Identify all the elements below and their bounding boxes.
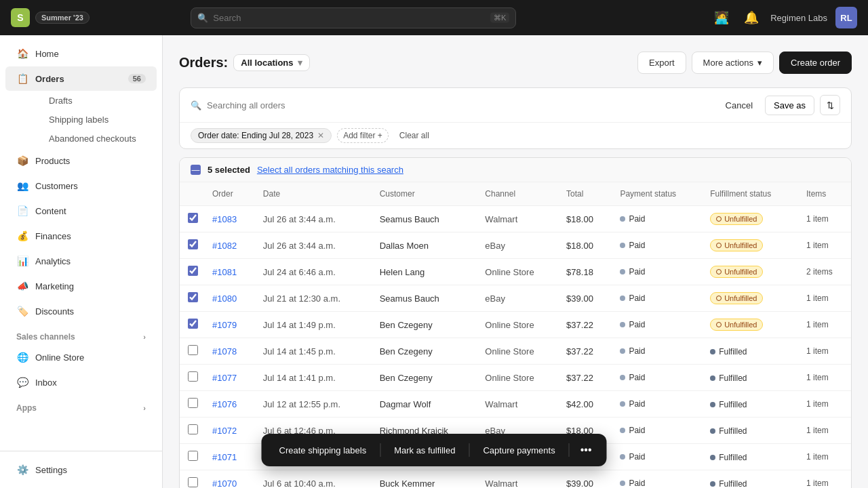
sidebar-item-content[interactable]: 📄 Content [5,199,157,223]
row-checkbox-1079[interactable] [188,319,198,329]
select-all-link[interactable]: Select all orders matching this search [257,165,403,175]
app-body: 🏠 Home 📋 Orders 56 Drafts Shipping label… [0,35,868,488]
cancel-button[interactable]: Cancel [719,96,760,115]
payment-label: Paid [629,452,645,462]
row-checkbox-cell[interactable] [180,418,204,444]
row-payment: Paid [612,285,702,312]
row-checkbox-cell[interactable] [180,206,204,232]
sidebar-item-inbox[interactable]: 💬 Inbox [5,370,157,394]
mark-as-fulfilled-button[interactable]: Mark as fulfilled [384,441,465,460]
sidebar-item-finances-label: Finances [35,231,71,241]
row-checkbox-1070[interactable] [188,477,198,487]
row-checkbox-1080[interactable] [188,292,198,302]
sidebar-item-marketing[interactable]: 📣 Marketing [5,274,157,298]
more-actions-bottom-button[interactable]: ••• [574,439,599,461]
location-dropdown[interactable]: All locations ▾ [233,54,309,71]
row-customer: Dagmar Wolf [372,391,477,418]
row-checkbox-cell[interactable] [180,365,204,391]
row-channel: Online Store [477,312,558,338]
col-payment: Payment status [612,182,702,206]
sidebar-item-finances[interactable]: 💰 Finances [5,224,157,248]
row-checkbox-cell[interactable] [180,444,204,470]
row-order-num[interactable]: #1082 [204,232,255,259]
row-fulfillment: Fulfilled [702,365,798,391]
capture-payments-button[interactable]: Capture payments [473,441,564,460]
row-checkbox-1072[interactable] [188,424,198,434]
table-row: #1083 Jul 26 at 3:44 a.m. Seamus Bauch W… [180,206,851,232]
add-filter-button[interactable]: Add filter + [337,128,389,143]
sidebar-bottom: ⚙️ Settings [0,451,162,488]
page-title: Orders: [179,55,228,70]
row-checkbox-1071[interactable] [188,451,198,461]
clear-all-button[interactable]: Clear all [394,129,435,142]
row-checkbox-cell[interactable] [180,338,204,365]
row-checkbox-cell[interactable] [180,391,204,418]
sort-icon-button[interactable]: ⇅ [820,95,840,115]
sidebar-item-online-store-label: Online Store [35,352,84,363]
row-checkbox-1081[interactable] [188,266,198,276]
row-checkbox-cell[interactable] [180,232,204,259]
fulfilled-dot-icon [710,428,715,434]
sidebar-item-shipping-labels[interactable]: Shipping labels [49,110,157,129]
summer-badge: Summer '23 [35,12,90,24]
topbar-bell-icon[interactable]: 🔔 [741,7,762,28]
more-actions-button[interactable]: More actions ▾ [692,52,774,74]
sidebar-item-online-store[interactable]: 🌐 Online Store [5,345,157,369]
row-checkbox-1083[interactable] [188,213,198,223]
indeterminate-checkbox[interactable]: — [191,165,201,175]
row-payment: Paid [612,259,702,285]
filter-chip-remove-icon[interactable]: ✕ [317,131,324,140]
row-checkbox-1077[interactable] [188,371,198,382]
row-order-num[interactable]: #1072 [204,418,255,444]
order-search-input[interactable] [207,100,713,110]
sidebar-item-products[interactable]: 📦 Products [5,148,157,173]
sidebar-item-abandoned-checkouts[interactable]: Abandoned checkouts [49,129,157,148]
row-order-num[interactable]: #1076 [204,391,255,418]
row-channel: Walmart [477,470,558,489]
row-checkbox-cell[interactable] [180,285,204,312]
row-order-num[interactable]: #1080 [204,285,255,312]
row-order-num[interactable]: #1070 [204,470,255,489]
create-order-button[interactable]: Create order [779,52,852,74]
row-checkbox-1078[interactable] [188,345,198,355]
topbar: S Summer '23 🔍 ⌘K 🧑‍💻 🔔 Regimen Labs RL [0,0,868,35]
export-button[interactable]: Export [637,52,686,74]
sidebar-item-orders[interactable]: 📋 Orders 56 [5,66,157,91]
products-icon: 📦 [16,155,28,167]
row-date: Jul 14 at 1:41 p.m. [255,365,372,391]
row-payment: Paid [612,418,702,444]
row-payment: Paid [612,444,702,470]
create-shipping-labels-button[interactable]: Create shipping labels [270,441,376,460]
sidebar-item-customers[interactable]: 👥 Customers [5,174,157,198]
row-payment: Paid [612,365,702,391]
row-order-num[interactable]: #1078 [204,338,255,365]
row-checkbox-cell[interactable] [180,259,204,285]
filter-chip-date[interactable]: Order date: Ending Jul 28, 2023 ✕ [191,128,332,143]
row-order-num[interactable]: #1077 [204,365,255,391]
row-checkbox-1076[interactable] [188,398,198,408]
row-checkbox-cell[interactable] [180,470,204,489]
sidebar-item-drafts[interactable]: Drafts [49,92,157,110]
topbar-search-input[interactable] [191,7,516,28]
sidebar-item-home[interactable]: 🏠 Home [5,41,157,66]
table-row: #1078 Jul 14 at 1:45 p.m. Ben Czegeny On… [180,338,851,365]
page-header: Orders: All locations ▾ Export More acti… [179,52,852,74]
row-order-num[interactable]: #1079 [204,312,255,338]
sidebar-item-discounts[interactable]: 🏷️ Discounts [5,299,157,323]
sidebar-item-settings[interactable]: ⚙️ Settings [5,458,157,482]
row-checkbox-cell[interactable] [180,312,204,338]
row-order-num[interactable]: #1071 [204,444,255,470]
save-as-button[interactable]: Save as [765,96,814,115]
col-date: Date [255,182,372,206]
sidebar-item-marketing-label: Marketing [35,281,74,291]
row-order-num[interactable]: #1081 [204,259,255,285]
row-order-num[interactable]: #1083 [204,206,255,232]
topbar-face-icon[interactable]: 🧑‍💻 [711,7,732,28]
row-fulfillment: Fulfilled [702,418,798,444]
user-avatar[interactable]: RL [835,7,857,28]
row-fulfillment: Fulfilled [702,470,798,489]
row-checkbox-1082[interactable] [188,239,198,249]
payment-label: Paid [629,399,645,409]
table-row: #1082 Jul 26 at 3:44 a.m. Dallas Moen eB… [180,232,851,259]
sidebar-item-analytics[interactable]: 📊 Analytics [5,249,157,273]
